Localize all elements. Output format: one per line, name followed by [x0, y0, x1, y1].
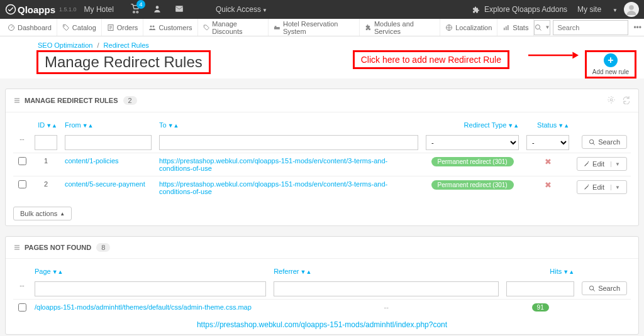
row-id: 2 — [31, 176, 61, 200]
col-page[interactable]: Page▼▲ — [31, 264, 270, 279]
col-status[interactable]: Status▼▲ — [523, 117, 573, 133]
panel-header: PAGES NOT FOUND 8 — [6, 237, 638, 259]
list-icon — [13, 97, 21, 104]
row-referrer: -- — [384, 303, 388, 311]
table-row: 2 content/5-secure-payment https://prest… — [13, 176, 631, 200]
mail-icon[interactable] — [174, 4, 184, 15]
status-disabled-icon[interactable]: ✖ — [545, 180, 552, 190]
col-to[interactable]: To▼▲ — [155, 117, 422, 133]
me-dropdown[interactable]: ▼ — [611, 5, 618, 14]
panel-count: 8 — [96, 243, 110, 252]
cart-badge: 4 — [136, 0, 145, 9]
svg-point-3 — [629, 5, 634, 10]
table-row: 1 content/1-policies https://prestashop.… — [13, 153, 631, 176]
select-all-toggle[interactable]: -- — [13, 133, 31, 153]
breadcrumb: SEO Optimization / Redirect Rules — [38, 41, 636, 49]
nav-customers[interactable]: Customers — [143, 19, 197, 36]
notfound-table: Page▼▲ Referrer▼▲ Hits▼▲ -- Search /qloa… — [13, 264, 631, 317]
breadcrumb-a[interactable]: SEO Optimization — [38, 41, 92, 49]
nav-more-icon[interactable]: ••• — [633, 23, 641, 32]
row-from[interactable]: content/1-policies — [65, 157, 119, 165]
quick-access[interactable]: Quick Access▼ — [216, 5, 267, 14]
redirect-table: ID▼▲ From▼▲ To▼▲ Redirect Type▼▲ Status▼… — [13, 117, 631, 199]
edit-button[interactable]: Edit▼ — [577, 180, 627, 194]
search-button[interactable]: Search — [582, 281, 627, 295]
nav-search-input[interactable] — [553, 20, 628, 35]
svg-point-7 — [150, 25, 152, 27]
hits-badge: 91 — [532, 303, 549, 312]
page-header: SEO Optimization / Redirect Rules Manage… — [0, 36, 644, 79]
topbar: Qloapps 1.5.1.0 My Hotel 4 Quick Access▼… — [0, 0, 644, 19]
puzzle-icon — [472, 6, 480, 14]
col-referrer[interactable]: Referrer▼▲ — [270, 264, 502, 279]
search-icon — [589, 285, 596, 292]
bulk-actions-button[interactable]: Bulk actions ▲ — [13, 207, 72, 220]
nav-hrs[interactable]: Hotel Reservation System — [269, 19, 360, 36]
breadcrumb-b[interactable]: Redirect Rules — [104, 41, 149, 49]
row-to[interactable]: https://prestashop.webkul.com/qloapps-15… — [159, 180, 387, 195]
row-from[interactable]: content/5-secure-payment — [65, 180, 145, 188]
nav-dashboard[interactable]: Dashboard — [3, 19, 57, 36]
nav-catalog[interactable]: Catalog — [57, 19, 102, 36]
row-to[interactable]: https://prestashop.webkul.com/qloapps-15… — [159, 157, 387, 172]
nav-localization[interactable]: Localization — [440, 19, 497, 36]
nav-discounts[interactable]: Manage Discounts — [198, 19, 269, 36]
filter-hits[interactable] — [506, 281, 574, 296]
truncated-url[interactable]: https://prestashop.webkul.com/qloapps-15… — [13, 317, 631, 329]
panel-count: 2 — [123, 96, 137, 105]
plus-icon: + — [604, 53, 618, 67]
filter-to[interactable] — [159, 135, 418, 150]
user-icon[interactable] — [153, 4, 162, 15]
refresh-icon[interactable] — [622, 95, 631, 106]
page-title: Manage Redirect Rules — [36, 50, 211, 74]
addons-link[interactable]: Explore Qloapps Addons — [472, 5, 567, 14]
svg-point-5 — [64, 25, 65, 26]
row-checkbox[interactable] — [18, 303, 26, 312]
panel-title: MANAGE REDIRECT RULES — [25, 97, 118, 104]
nav-orders[interactable]: Orders — [102, 19, 144, 36]
col-from[interactable]: From▼▲ — [61, 117, 155, 133]
nav-modules[interactable]: Modules and Services — [360, 19, 440, 36]
version: 1.5.1.0 — [59, 6, 77, 13]
search-icon — [535, 24, 542, 31]
svg-rect-10 — [275, 26, 277, 27]
svg-point-1 — [156, 6, 159, 9]
row-checkbox[interactable] — [18, 180, 26, 188]
filter-type[interactable]: - — [426, 135, 519, 150]
select-all-toggle[interactable]: -- — [13, 279, 31, 300]
filter-from[interactable] — [65, 135, 152, 150]
status-disabled-icon[interactable]: ✖ — [545, 157, 552, 166]
my-site-link[interactable]: My site — [577, 5, 601, 14]
svg-point-19 — [590, 139, 594, 143]
svg-rect-14 — [508, 25, 509, 30]
navbar: Dashboard Catalog Orders Customers Manag… — [0, 19, 644, 36]
redirect-type-badge: Permanent redirect (301) — [431, 157, 514, 166]
col-id[interactable]: ID▼▲ — [31, 117, 61, 133]
filter-id[interactable] — [35, 135, 57, 150]
brand-name: Qloapps — [18, 4, 55, 15]
brand-logo[interactable]: Qloapps — [5, 4, 55, 15]
filter-status[interactable]: - — [526, 135, 569, 150]
pencil-icon — [584, 161, 590, 167]
cart-icon[interactable]: 4 — [130, 4, 140, 16]
my-hotel-link[interactable]: My Hotel — [84, 5, 114, 14]
svg-marker-17 — [572, 51, 579, 58]
add-new-rule-button[interactable]: + Add new rule — [585, 50, 636, 79]
panel-not-found: PAGES NOT FOUND 8 Page▼▲ Referrer▼▲ Hits… — [5, 236, 639, 335]
search-button[interactable]: Search — [582, 135, 627, 149]
gear-icon[interactable] — [607, 95, 616, 106]
callout-box: Click here to add new Redirect Rule — [353, 50, 509, 69]
edit-button[interactable]: Edit▼ — [577, 157, 627, 171]
svg-rect-12 — [504, 28, 505, 30]
col-hits[interactable]: Hits▼▲ — [502, 264, 578, 279]
filter-referrer[interactable] — [274, 281, 499, 296]
svg-point-20 — [590, 286, 594, 290]
nav-search-button[interactable]: ▼ — [534, 20, 550, 35]
search-icon — [589, 139, 596, 146]
row-checkbox[interactable] — [18, 157, 26, 165]
col-type[interactable]: Redirect Type▼▲ — [422, 117, 523, 133]
row-page[interactable]: /qloapps-151-mods/adminhtl/themes/defaul… — [35, 303, 252, 311]
avatar[interactable] — [624, 2, 639, 17]
filter-page[interactable] — [35, 281, 266, 296]
nav-stats[interactable]: Stats — [497, 19, 534, 36]
